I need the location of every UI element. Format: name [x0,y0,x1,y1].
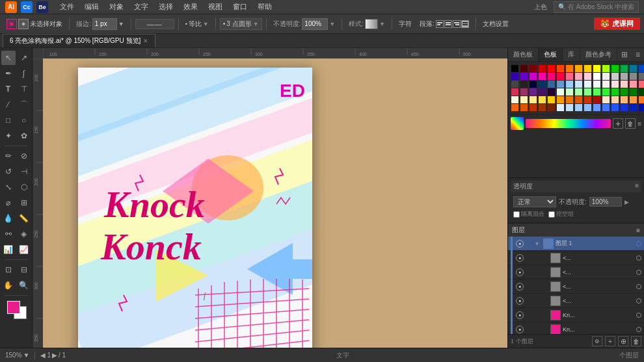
color-swatch[interactable] [584,96,591,103]
menu-effect[interactable]: 效果 [180,1,202,13]
color-swatch[interactable] [520,88,528,96]
column-graph-tool[interactable]: 📊 [1,242,16,257]
color-swatch[interactable] [602,96,610,103]
color-swatch[interactable] [602,65,610,72]
layer-row-6[interactable]: ● Kn... [508,322,644,334]
blend-mode-select[interactable]: 正常 叠加 正片叠底 滤色 [513,196,556,207]
color-swatch[interactable] [611,65,619,72]
tab-swatches[interactable]: 色板 [539,48,563,61]
free-transform-tool[interactable]: ⊞ [17,196,31,210]
color-swatch[interactable] [548,65,555,72]
color-swatch[interactable] [639,88,644,96]
type-tool[interactable]: T [1,82,16,96]
color-swatch[interactable] [621,81,628,88]
color-swatch[interactable] [611,104,619,111]
color-swatch[interactable] [593,96,600,103]
menu-object[interactable]: 对象 [105,1,127,13]
color-swatch[interactable] [611,81,619,88]
color-swatch[interactable] [548,104,555,111]
color-swatch[interactable] [630,81,637,88]
direct-select-tool[interactable]: ↗ [17,51,31,65]
tab-close-icon[interactable]: ✕ [143,38,148,44]
color-swatch[interactable] [575,88,582,96]
new-sublayer-btn[interactable]: + [605,336,615,346]
color-picker-icon[interactable] [511,117,524,130]
main-tab[interactable]: 6 亮色涂鸦海报.ai* @ 150% [RGB/GPU 预览] ✕ [3,34,155,47]
color-swatch[interactable] [611,96,619,103]
color-swatch[interactable] [511,73,518,80]
color-swatch[interactable] [530,81,537,88]
measure-tool[interactable]: 📏 [17,211,31,226]
ellipse-tool[interactable]: ○ [17,113,31,127]
color-swatch[interactable] [593,65,600,72]
layer-eye-5[interactable]: ● [516,311,524,319]
color-swatch[interactable] [575,73,582,80]
menu-help[interactable]: 帮助 [254,1,276,13]
layer-row-4[interactable]: ● <... [508,294,644,308]
color-swatch[interactable] [602,88,610,96]
color-swatch[interactable] [593,81,600,88]
menu-type[interactable]: 文字 [130,1,152,13]
color-swatch[interactable] [511,88,518,96]
color-swatch[interactable] [630,88,637,96]
color-swatch[interactable] [511,104,518,111]
color-swatch[interactable] [575,81,582,88]
color-swatch[interactable] [557,81,564,88]
layer-row-5[interactable]: ● Kn... [508,308,644,322]
color-swatch[interactable] [557,65,564,72]
color-swatch[interactable] [639,104,644,111]
menu-window[interactable]: 窗口 [229,1,251,13]
color-swatch[interactable] [621,73,628,80]
tab-color-ref[interactable]: 颜色参考 [580,48,617,61]
search-adobe-stock[interactable]: 🔍 在 Adobe Stock 中搜索 [554,1,639,13]
color-swatch[interactable] [520,104,528,111]
layer-eye-2[interactable]: ● [516,268,524,276]
delete-swatch-btn[interactable]: 🗑 [625,118,636,129]
color-swatch[interactable] [520,73,528,80]
brush-tool[interactable]: ✦ [1,129,16,143]
knockout-group[interactable] [548,211,555,218]
color-swatch[interactable] [566,96,573,103]
color-swatch[interactable] [530,73,537,80]
line-tool[interactable]: ∕ [1,97,16,112]
make-clipping-mask-btn[interactable]: ⊚ [592,336,602,346]
color-swatch[interactable] [511,65,518,72]
color-swatch[interactable] [548,73,555,80]
color-swatch[interactable] [575,96,582,103]
color-swatch[interactable] [530,65,537,72]
color-swatch[interactable] [639,81,644,88]
scale-tool[interactable]: ⤡ [1,180,16,194]
rect-tool[interactable]: □ [1,113,16,127]
transparency-menu[interactable]: ≡ [635,182,639,191]
blend-tool[interactable]: ⚯ [1,227,16,241]
color-swatch[interactable] [520,96,528,103]
color-swatch[interactable] [602,104,610,111]
brush-type[interactable]: • 3 点圆形 ▼ [220,18,262,30]
color-swatch[interactable] [566,81,573,88]
zoom-tool[interactable]: 🔍 [17,278,31,292]
color-swatch[interactable] [511,96,518,103]
color-swatch[interactable] [621,104,628,111]
warp-tool[interactable]: ⌀ [1,196,16,210]
blob-brush-tool[interactable]: ✿ [17,129,31,143]
curvature-tool[interactable]: ∫ [17,66,31,81]
layer-row-1[interactable]: ● <... [508,251,644,265]
color-swatch[interactable] [593,88,600,96]
color-swatch[interactable] [593,73,600,80]
color-swatch[interactable] [621,96,628,103]
zoom-level[interactable]: 150% ▼ [5,352,29,359]
color-swatch[interactable] [639,73,644,80]
add-swatch-btn[interactable]: + [613,118,623,129]
stroke-input[interactable] [92,18,117,30]
next-artboard-icon[interactable]: ▶ [52,352,57,359]
color-swatch[interactable] [511,81,518,88]
layer-row-0[interactable]: ● ▼ 图层 1 [508,237,644,251]
color-swatch[interactable] [548,96,555,103]
eraser-tool[interactable]: ⊘ [17,149,31,163]
arc-tool[interactable]: ⌒ [17,97,31,112]
rotate-tool[interactable]: ↺ [1,164,16,179]
color-swatch[interactable] [548,88,555,96]
color-swatch[interactable] [520,81,528,88]
color-swatch[interactable] [584,88,591,96]
doc-settings[interactable]: 文档设置 [480,18,511,30]
